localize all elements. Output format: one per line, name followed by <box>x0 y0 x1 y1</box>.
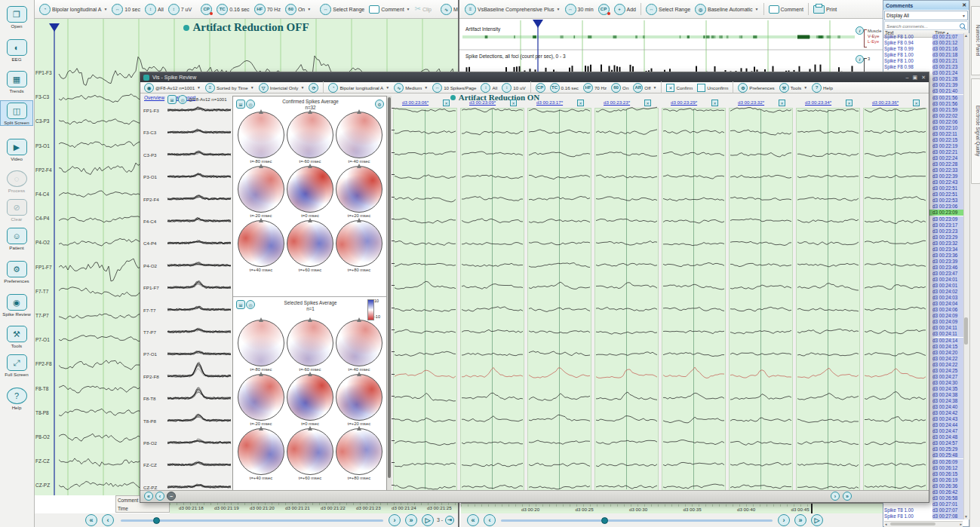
main-nav-slider-handle[interactable] <box>153 517 160 524</box>
side-tab-numeric-panel[interactable]: Numeric Panel <box>971 6 980 75</box>
topographic-map[interactable] <box>336 428 382 475</box>
spike-preferences-button[interactable]: ⚙Preferences <box>736 82 776 93</box>
grid-view-icon[interactable]: ⊞ <box>236 300 245 309</box>
comments-scroll-thumb[interactable] <box>964 317 968 345</box>
spike-spike-sensitivity-button[interactable]: ∿Medium▼ <box>392 82 430 93</box>
sidebar-item-open[interactable]: ❐Open <box>1 5 32 29</box>
spike-window-titlebar[interactable]: Vis - Spike Review – ▣ ✕ <box>140 72 929 82</box>
topographic-map[interactable] <box>287 374 333 421</box>
trend-page-forward-fast-button[interactable]: » <box>794 514 806 526</box>
sidebar-item-video[interactable]: ▶Video <box>1 137 32 161</box>
spike-sensitivity-button[interactable]: ↕10 uV <box>499 82 527 93</box>
main-montage-button[interactable]: ◔Bipolar longitudinal A▼ <box>37 3 109 16</box>
topo-scrollbar[interactable] <box>387 96 392 492</box>
spike-spike-filter-button[interactable]: ▽Interictal Only▼ <box>257 82 307 93</box>
trend-cp-button[interactable]: CP <box>596 3 612 16</box>
sidebar-item-trends[interactable]: ▦Trends <box>1 69 32 93</box>
trend-page-back-button[interactable]: ‹ <box>484 514 496 526</box>
comment-list-item[interactable]: Spike F8 1.00d3 00:21:21 <box>884 58 964 64</box>
spike-tools-button[interactable]: ⚒Tools▼ <box>777 82 809 93</box>
page-back-fast-button[interactable]: « <box>85 514 97 526</box>
sidebar-item-preferences[interactable]: ⚙Preferences <box>1 259 32 283</box>
spike-page-back-button[interactable]: ‹ <box>155 492 164 501</box>
main-select-range-button[interactable]: ↔Select Range <box>318 3 367 16</box>
topographic-map[interactable] <box>287 112 333 158</box>
comment-list-item[interactable]: Spike F8 1.00d3 00:21:07 <box>884 34 964 40</box>
spike-confirm-button[interactable]: ✕Confirm <box>664 83 695 93</box>
topographic-map[interactable] <box>238 374 284 421</box>
trend-print-button[interactable]: Print <box>811 5 839 14</box>
main-sensitivity-button[interactable]: ↕7 uV <box>166 3 194 16</box>
page-forward-fast-button[interactable]: » <box>405 514 417 526</box>
main-cp-button[interactable]: CP <box>198 3 214 16</box>
map-view-icon[interactable]: ◎ <box>246 300 255 309</box>
sidebar-item-full-screen[interactable]: ⤢Full Screen <box>1 353 32 377</box>
info-icon[interactable]: i <box>856 26 864 35</box>
spike-montage-button[interactable]: ◔Bipolar longitudinal A▼ <box>326 82 392 93</box>
spike-page-forward-button[interactable]: › <box>831 492 840 501</box>
close-icon[interactable]: ✕ <box>921 75 926 81</box>
topographic-map[interactable] <box>287 320 333 366</box>
trend-select-range-button[interactable]: ↔Select Range <box>644 3 693 16</box>
trend-add-button[interactable]: +Add <box>612 3 638 16</box>
trend-timebase-button[interactable]: ↔30 min <box>563 3 596 16</box>
topographic-map[interactable] <box>336 320 382 366</box>
topographic-map[interactable] <box>238 428 284 475</box>
comment-list-item[interactable]: Spike F8 0.98d3 00:21:23 <box>884 64 964 70</box>
topographic-map[interactable] <box>336 112 382 158</box>
sidebar-item-clear[interactable]: ⊘Clear <box>1 198 32 222</box>
topographic-map[interactable] <box>287 428 333 475</box>
trend-comment-button[interactable]: Comment <box>766 5 806 14</box>
spike-low-filter-button[interactable]: TC0.16 sec <box>548 82 581 93</box>
topographic-map[interactable] <box>336 374 382 421</box>
topographic-map[interactable] <box>238 320 284 366</box>
spike-zoom-out-button[interactable]: − <box>167 492 176 501</box>
sidebar-item-split-screen[interactable]: ◫Split Screen <box>1 101 32 125</box>
trend-nav-slider-track[interactable] <box>501 519 773 522</box>
comments-horizontal-scrollbar[interactable]: ◂▸ <box>884 521 963 527</box>
page-back-button[interactable]: ‹ <box>102 514 114 526</box>
trend-page-forward-button[interactable]: › <box>778 514 790 526</box>
minimize-icon[interactable]: – <box>906 75 909 81</box>
search-icon[interactable] <box>960 23 965 29</box>
spike-cp-button[interactable]: CP <box>533 82 548 93</box>
main-nav-slider-track[interactable] <box>121 519 383 522</box>
main-low-filter-button[interactable]: TC0.16 sec <box>214 3 251 16</box>
gear-icon[interactable]: ⚙ <box>375 100 384 109</box>
trend-nav-slider-handle[interactable] <box>601 517 608 524</box>
comment-list-item[interactable]: Spike T8 0.99d3 00:21:16 <box>884 46 964 52</box>
spike-page-forward-fast-button[interactable]: » <box>843 492 852 501</box>
topographic-map[interactable] <box>287 220 333 267</box>
trend-play-button[interactable]: ▷ <box>811 514 823 526</box>
main-timebase-button[interactable]: ↔10 sec <box>109 3 143 16</box>
jump-end-button[interactable]: ⇥ <box>445 516 454 525</box>
page-forward-button[interactable]: › <box>389 514 401 526</box>
sidebar-item-process[interactable]: ◌Process <box>1 169 32 193</box>
maximize-icon[interactable]: ▣ <box>913 75 918 81</box>
main-channels-button[interactable]: ↕All <box>143 3 166 16</box>
spike-sort-order-button[interactable]: ≡Sorted by Time▼ <box>203 82 257 93</box>
trend-trend-template-button[interactable]: ≡VsBaseline Comprehensive Plus▼ <box>462 3 563 16</box>
main-comment-button[interactable]: Comment▼ <box>367 5 412 14</box>
comment-list-item[interactable]: Spike F8 1.00d3 00:27:08 <box>884 513 964 519</box>
comments-search-input[interactable] <box>885 23 960 29</box>
spike-spike-set-button[interactable]: ◉@F8-Av12 n=1001▼ <box>142 82 203 93</box>
spike-unconfirm-button[interactable]: Unconfirm <box>695 83 730 93</box>
comments-close-icon[interactable]: ✕ <box>962 2 966 8</box>
sidebar-item-spike-review[interactable]: ◉Spike Review <box>1 293 32 317</box>
comment-list-item[interactable]: Spike F8 0.94d3 00:21:12 <box>884 40 964 46</box>
spike-page-back-fast-button[interactable]: « <box>144 492 153 501</box>
main-high-filter-button[interactable]: HF70 Hz <box>252 3 283 16</box>
spike-channels-button[interactable]: ↕All <box>478 82 499 93</box>
comment-list-item[interactable]: Spike T8 1.00d3 00:27:07 <box>884 507 964 513</box>
map-view-icon[interactable]: ◎ <box>246 100 255 109</box>
topographic-map[interactable] <box>238 112 284 158</box>
topographic-map[interactable] <box>238 166 284 213</box>
trend-page-back-fast-button[interactable]: « <box>467 514 479 526</box>
sidebar-item-eeg[interactable]: ◐EEG <box>1 38 32 62</box>
info-icon[interactable]: i <box>856 55 864 63</box>
sidebar-item-patient[interactable]: ☺Patient <box>1 226 32 250</box>
comments-vertical-scrollbar[interactable] <box>963 33 969 519</box>
comments-filter-dropdown[interactable]: Display All ▼ <box>884 11 968 20</box>
sidebar-item-help[interactable]: ?Help <box>1 386 32 410</box>
